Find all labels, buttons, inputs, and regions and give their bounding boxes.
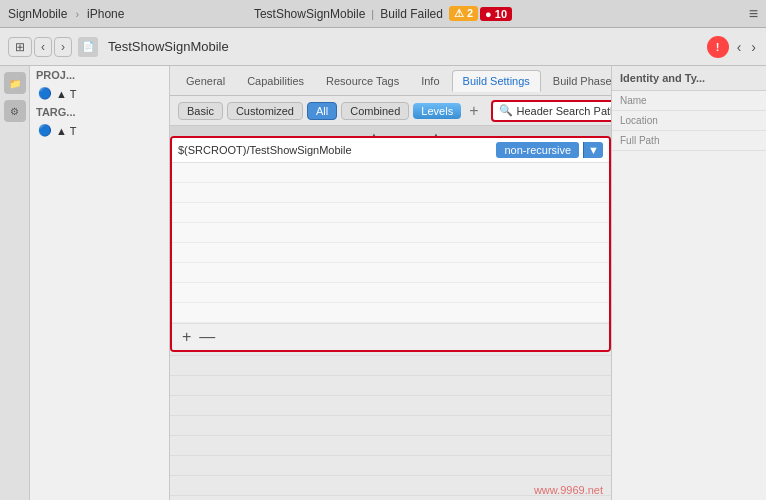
editor-empty-row: [172, 163, 609, 183]
forward-button[interactable]: ›: [54, 37, 72, 57]
search-icon: 🔍: [499, 104, 513, 117]
right-panel-name-label: Name: [620, 95, 758, 106]
titlebar-separator: ›: [75, 8, 79, 20]
main-layout: 📁 ⚙ PROJ... 🔵 ▲ T TARG... 🔵 ▲ T General …: [0, 66, 766, 500]
hamburger-icon[interactable]: ≡: [749, 5, 758, 23]
editor-path-row: non-recursive ▼: [172, 138, 609, 163]
tab-resource-tags[interactable]: Resource Tags: [316, 71, 409, 91]
right-panel-location-row: Location: [612, 111, 766, 131]
settings-area: Setting ▲ Resolved ▲ TestShowSi... TestS…: [170, 126, 611, 500]
filter-all-btn[interactable]: All: [307, 102, 337, 120]
proj-label: PROJ...: [30, 66, 169, 84]
proj-item-icon: 🔵: [38, 87, 52, 100]
filter-basic-btn[interactable]: Basic: [178, 102, 223, 120]
search-input[interactable]: [517, 105, 612, 117]
titlebar-center: TestShowSignMobile | Build Failed ⚠ 2 ● …: [196, 6, 571, 21]
editor-empty-row: [172, 243, 609, 263]
tab-build-phases[interactable]: Build Phases: [543, 71, 611, 91]
titlebar: SignMobile › iPhone TestShowSignMobile |…: [0, 0, 766, 28]
status-badges: ⚠ 2 ● 10: [449, 6, 512, 21]
filter-customized-btn[interactable]: Customized: [227, 102, 303, 120]
search-paths-editor-overlay: non-recursive ▼ +: [170, 126, 611, 500]
editor-empty-row: [172, 183, 609, 203]
build-status: Build Failed: [380, 7, 443, 21]
sidebar-icon-project[interactable]: 📁: [4, 72, 26, 94]
right-panel-fullpath-label: Full Path: [620, 135, 758, 146]
nav-buttons: ⊞ ‹ ›: [8, 37, 72, 57]
targ-item-icon: 🔵: [38, 124, 52, 137]
editor-empty-row: [172, 203, 609, 223]
project-name: SignMobile: [8, 7, 67, 21]
tab-info[interactable]: Info: [411, 71, 449, 91]
content-area: General Capabilities Resource Tags Info …: [170, 66, 611, 500]
right-panel-title: Identity and Ty...: [612, 66, 766, 91]
titlebar-left: SignMobile › iPhone: [8, 7, 196, 21]
editor-empty-row: [172, 283, 609, 303]
editor-add-button[interactable]: +: [180, 328, 193, 346]
tab-capabilities[interactable]: Capabilities: [237, 71, 314, 91]
back-button[interactable]: ‹: [34, 37, 52, 57]
editor-footer: + —: [172, 323, 609, 350]
editor-popup: non-recursive ▼ +: [170, 136, 611, 352]
scheme-name: TestShowSignMobile: [254, 7, 365, 21]
toolbar-forward-arrow[interactable]: ›: [749, 37, 758, 57]
error-badge: ● 10: [480, 7, 512, 21]
editor-empty-row: [172, 263, 609, 283]
editor-remove-button[interactable]: —: [197, 328, 217, 346]
toolbar-back-arrow[interactable]: ‹: [735, 37, 744, 57]
file-icon: 📄: [78, 37, 98, 57]
tab-build-settings[interactable]: Build Settings: [452, 70, 541, 92]
tab-general[interactable]: General: [176, 71, 235, 91]
filter-add-button[interactable]: +: [465, 102, 482, 120]
editor-type-button[interactable]: non-recursive: [496, 142, 579, 158]
filter-bar: Basic Customized All Combined Levels + 🔍…: [170, 96, 611, 126]
toolbar-project-name: TestShowSignMobile: [108, 39, 229, 54]
device-name: iPhone: [87, 7, 124, 21]
search-box[interactable]: 🔍 ×: [491, 100, 612, 122]
titlebar-right: ≡: [571, 5, 759, 23]
editor-empty-rows: [172, 163, 609, 323]
grid-icon[interactable]: ⊞: [8, 37, 32, 57]
right-panel-name-row: Name: [612, 91, 766, 111]
project-navigator: PROJ... 🔵 ▲ T TARG... 🔵 ▲ T: [30, 66, 170, 500]
toolbar: ⊞ ‹ › 📄 TestShowSignMobile ! ‹ ›: [0, 28, 766, 66]
targ-label: TARG...: [30, 103, 169, 121]
right-panel-fullpath-row: Full Path: [612, 131, 766, 151]
sidebar-icons: 📁 ⚙: [0, 66, 30, 500]
sidebar-icon-source[interactable]: ⚙: [4, 100, 26, 122]
filter-combined-btn[interactable]: Combined: [341, 102, 409, 120]
warning-badge: ⚠ 2: [449, 6, 478, 21]
error-button[interactable]: !: [707, 36, 729, 58]
editor-path-input[interactable]: [178, 144, 492, 156]
filter-levels-btn[interactable]: Levels: [413, 103, 461, 119]
right-panel-location-label: Location: [620, 115, 758, 126]
targ-item[interactable]: 🔵 ▲ T: [30, 121, 169, 140]
proj-item[interactable]: 🔵 ▲ T: [30, 84, 169, 103]
editor-empty-row: [172, 303, 609, 323]
editor-empty-row: [172, 223, 609, 243]
right-panel: Identity and Ty... Name Location Full Pa…: [611, 66, 766, 500]
tab-bar: General Capabilities Resource Tags Info …: [170, 66, 611, 96]
editor-type-arrow-button[interactable]: ▼: [583, 142, 603, 158]
